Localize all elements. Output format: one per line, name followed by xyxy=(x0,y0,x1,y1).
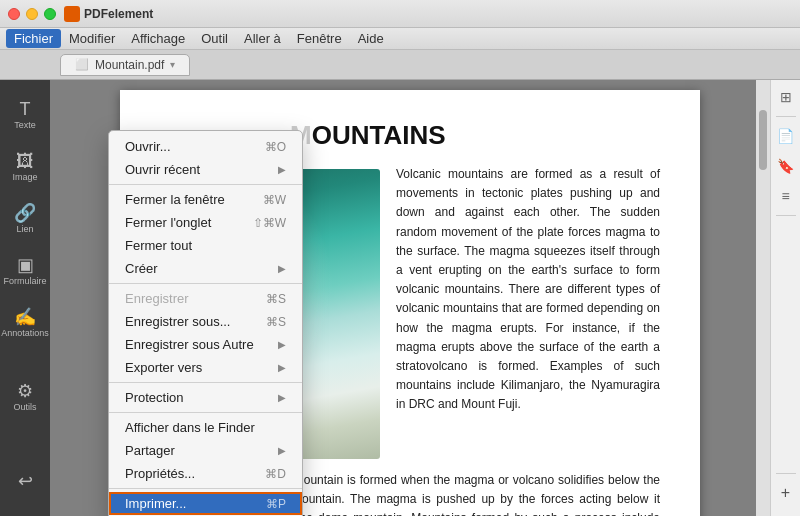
tab-filename: Mountain.pdf xyxy=(95,58,164,72)
sidebar-item-annotations[interactable]: ✍ Annotations xyxy=(3,298,47,348)
proprietes-label: Propriétés... xyxy=(125,466,195,481)
sidebar-item-texte[interactable]: T Texte xyxy=(3,90,47,140)
enregistrer-sous-label: Enregistrer sous... xyxy=(125,314,231,329)
enregistrer-sous-shortcut: ⌘S xyxy=(266,315,286,329)
sep-5 xyxy=(109,488,302,489)
lien-icon: 🔗 xyxy=(14,204,36,222)
menu-proprietes[interactable]: Propriétés... ⌘D xyxy=(109,462,302,485)
imprimer-label: Imprimer... xyxy=(125,496,186,511)
traffic-lights xyxy=(8,8,56,20)
menu-enregistrer-sous[interactable]: Enregistrer sous... ⌘S xyxy=(109,310,302,333)
sidebar-item-outils[interactable]: ⚙ Outils xyxy=(3,372,47,422)
enregistrer-autre-label: Enregistrer sous Autre xyxy=(125,337,254,352)
enregistrer-autre-arrow: ▶ xyxy=(278,339,286,350)
menu-ouvrir[interactable]: Ouvrir... ⌘O xyxy=(109,135,302,158)
menu-fichier[interactable]: Fichier xyxy=(6,29,61,48)
ouvrir-label: Ouvrir... xyxy=(125,139,171,154)
menu-modifier[interactable]: Modifier xyxy=(61,29,123,48)
exporter-label: Exporter vers xyxy=(125,360,202,375)
menu-fermer-onglet[interactable]: Fermer l'onglet ⇧⌘W xyxy=(109,211,302,234)
creer-label: Créer xyxy=(125,261,158,276)
menu-ouvrir-recent[interactable]: Ouvrir récent ▶ xyxy=(109,158,302,181)
image-label: Image xyxy=(12,173,37,182)
fermer-onglet-shortcut: ⇧⌘W xyxy=(253,216,286,230)
menu-fermer-fenetre[interactable]: Fermer la fenêtre ⌘W xyxy=(109,188,302,211)
menu-afficher-finder[interactable]: Afficher dans le Finder xyxy=(109,416,302,439)
outils-label: Outils xyxy=(13,403,36,412)
rt-icon-list[interactable]: ≡ xyxy=(775,185,797,207)
sep-3 xyxy=(109,382,302,383)
menu-protection[interactable]: Protection ▶ xyxy=(109,386,302,409)
scrollbar-thumb[interactable] xyxy=(759,110,767,170)
close-button[interactable] xyxy=(8,8,20,20)
partager-arrow: ▶ xyxy=(278,445,286,456)
maximize-button[interactable] xyxy=(44,8,56,20)
menu-aller[interactable]: Aller à xyxy=(236,29,289,48)
menu-imprimer[interactable]: Imprimer... ⌘P xyxy=(109,492,302,515)
right-tools-panel: ⊞ 📄 🔖 ≡ + xyxy=(770,80,800,516)
annotations-icon: ✍ xyxy=(14,308,36,326)
fermer-fenetre-shortcut: ⌘W xyxy=(263,193,286,207)
sidebar-item-image[interactable]: 🖼 Image xyxy=(3,142,47,192)
menu-enregistrer: Enregistrer ⌘S xyxy=(109,287,302,310)
rt-divider-3 xyxy=(776,473,796,474)
pdf-file-icon: ⬜ xyxy=(75,58,89,71)
partager-label: Partager xyxy=(125,443,175,458)
menu-creer[interactable]: Créer ▶ xyxy=(109,257,302,280)
tab-bar: ⬜ Mountain.pdf ▾ xyxy=(0,50,800,80)
menu-fenetre[interactable]: Fenêtre xyxy=(289,29,350,48)
sep-4 xyxy=(109,412,302,413)
app-title-area: PDFelement xyxy=(64,6,153,22)
sidebar-item-lien[interactable]: 🔗 Lien xyxy=(3,194,47,244)
menu-aide[interactable]: Aide xyxy=(350,29,392,48)
app-icon xyxy=(64,6,80,22)
creer-arrow: ▶ xyxy=(278,263,286,274)
rt-icon-page[interactable]: 📄 xyxy=(775,125,797,147)
rt-icon-add[interactable]: + xyxy=(775,482,797,504)
fermer-onglet-label: Fermer l'onglet xyxy=(125,215,211,230)
rt-icon-bookmark[interactable]: 🔖 xyxy=(775,155,797,177)
main-layout: T Texte 🖼 Image 🔗 Lien ▣ Formulaire ✍ An… xyxy=(0,80,800,516)
fichier-dropdown-menu[interactable]: Ouvrir... ⌘O Ouvrir récent ▶ Fermer la f… xyxy=(108,130,303,516)
rt-icon-expand[interactable]: ⊞ xyxy=(775,86,797,108)
formulaire-icon: ▣ xyxy=(17,256,34,274)
menu-partager[interactable]: Partager ▶ xyxy=(109,439,302,462)
menu-fermer-tout[interactable]: Fermer tout xyxy=(109,234,302,257)
fermer-tout-label: Fermer tout xyxy=(125,238,192,253)
ouvrir-recent-label: Ouvrir récent xyxy=(125,162,200,177)
sidebar-back[interactable]: ↩ xyxy=(3,456,47,506)
menu-enregistrer-autre[interactable]: Enregistrer sous Autre ▶ xyxy=(109,333,302,356)
enregistrer-label: Enregistrer xyxy=(125,291,189,306)
protection-label: Protection xyxy=(125,390,184,405)
left-sidebar: T Texte 🖼 Image 🔗 Lien ▣ Formulaire ✍ An… xyxy=(0,80,50,516)
afficher-finder-label: Afficher dans le Finder xyxy=(125,420,255,435)
sep-2 xyxy=(109,283,302,284)
enregistrer-shortcut: ⌘S xyxy=(266,292,286,306)
minimize-button[interactable] xyxy=(26,8,38,20)
tab-dropdown-icon[interactable]: ▾ xyxy=(170,59,175,70)
lien-label: Lien xyxy=(16,225,33,234)
title-bar: PDFelement xyxy=(0,0,800,28)
sep-1 xyxy=(109,184,302,185)
menu-affichage[interactable]: Affichage xyxy=(123,29,193,48)
menu-exporter[interactable]: Exporter vers ▶ xyxy=(109,356,302,379)
imprimer-shortcut: ⌘P xyxy=(266,497,286,511)
texte-icon: T xyxy=(20,100,31,118)
outils-icon: ⚙ xyxy=(17,382,33,400)
exporter-arrow: ▶ xyxy=(278,362,286,373)
ouvrir-recent-arrow: ▶ xyxy=(278,164,286,175)
rt-icon-page2[interactable] xyxy=(775,443,797,465)
menu-bar: Fichier Modifier Affichage Outil Aller à… xyxy=(0,28,800,50)
menu-outil[interactable]: Outil xyxy=(193,29,236,48)
formulaire-label: Formulaire xyxy=(3,277,46,286)
pdf-heading: MOUNTAINS xyxy=(290,120,660,151)
texte-label: Texte xyxy=(14,121,36,130)
fermer-fenetre-label: Fermer la fenêtre xyxy=(125,192,225,207)
annotations-label: Annotations xyxy=(1,329,49,338)
scrollbar-track[interactable] xyxy=(756,80,770,516)
image-icon: 🖼 xyxy=(16,152,34,170)
app-name: PDFelement xyxy=(84,7,153,21)
sidebar-item-formulaire[interactable]: ▣ Formulaire xyxy=(3,246,47,296)
rt-divider-2 xyxy=(776,215,796,216)
tab-mountain-pdf[interactable]: ⬜ Mountain.pdf ▾ xyxy=(60,54,190,76)
